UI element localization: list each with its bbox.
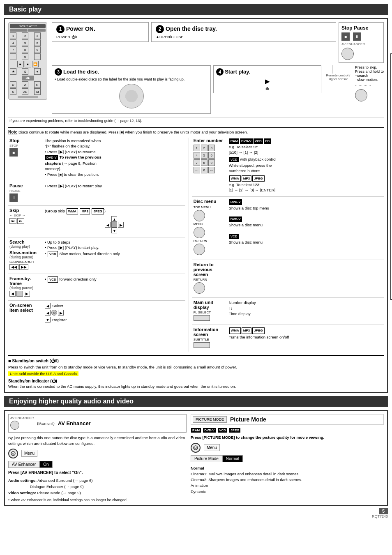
pm-menu-row: M Menu	[191, 443, 384, 453]
frame-desc: • VCD forward direction only	[45, 276, 184, 283]
svg-text:M: M	[12, 452, 14, 455]
subtitle-button	[194, 342, 210, 348]
step2-button: ▲OPEN/CLOSE	[156, 35, 332, 39]
step1-button: POWER ⏻/I	[56, 35, 144, 39]
main-unit-operation: Main unitdisplay FL SELECT Number displa…	[192, 299, 384, 321]
troubleshoot-note: If you are experiencing problems, refer …	[8, 117, 384, 124]
subtitle-label: SUBTITLE	[194, 338, 226, 341]
step4-box: 4Start play. ▶ ⏏	[213, 65, 321, 93]
jpeg-badge: JPEG	[229, 428, 240, 433]
press-skip-circle	[355, 89, 367, 101]
picture-mode-button-label: PICTURE MODE	[193, 416, 227, 423]
av-enhancer-on-label: On	[39, 461, 52, 468]
stop-pause-box: Stop Pause ■ ⏸ AV ENHANCER	[339, 22, 384, 63]
enter-number-desc: RAMDVD-VVCDCD e.g. To select 12: [≥10] →…	[229, 138, 383, 193]
pause-button-icon: ⏸	[9, 193, 18, 202]
step3-box: 3Load the disc. • Load double-sided disc…	[52, 65, 211, 114]
normal-label: Normal	[191, 465, 384, 471]
dvdv-badge-pm: DVD-V	[203, 428, 216, 433]
frame-op-name: Frame-by-frame	[9, 276, 42, 286]
fl-select-button	[194, 315, 210, 321]
main-unit-desc: Number display↑↓Time display	[229, 300, 383, 316]
info-screen-operation: Informationscreen SUBTITLE WMAMP3JPEGTur…	[192, 327, 384, 348]
picture-mode-options: Normal Cinema1: Mellows images and enhan…	[191, 465, 384, 495]
ram-badge: RAM	[191, 428, 201, 433]
search-op-name: Search	[9, 240, 42, 244]
step3-desc: • Load double-sided discs so the label f…	[55, 77, 208, 81]
av-enhancer-desc: By just pressing this one button the dis…	[8, 435, 187, 446]
menu-label-btn: MENU	[194, 222, 226, 226]
remote-control-label: Remote control / signal sensor	[324, 65, 353, 81]
topmenu-button	[194, 210, 205, 221]
number-keypad: 123 456 789 ⋯0⋯	[194, 145, 226, 173]
info-screen-desc: WMAMP3JPEGTurns the information screen o…	[229, 327, 383, 339]
side-label-container: Basic play/Enjoying higher quality audio…	[390, 53, 392, 300]
step2-number: 2	[156, 25, 164, 33]
basic-play-header: Basic play	[4, 4, 388, 15]
note-text: Discs continue to rotate while menus are…	[18, 130, 248, 134]
pause-button-label: PAUSE	[9, 189, 42, 193]
picture-mode-header-row: PICTURE MODE Picture Mode	[193, 416, 382, 423]
pm-menu-display: Menu	[204, 444, 220, 451]
press-av-enhancer-label: Press [AV ENHANCER] to select "On".	[8, 470, 187, 475]
search-desc: • Up to 5 steps• Press [▶] (PLAY) to sta…	[45, 240, 184, 258]
pause-symbol: ⏸	[353, 32, 361, 41]
av-enhancer-on-display: AV Enhancer On	[8, 461, 187, 468]
dynamic-label: Dynamic	[191, 489, 384, 495]
stop-button-label: STOP	[9, 144, 42, 147]
select-control: ◀ Select	[45, 303, 184, 309]
disc-menu-operation: Disc menu TOP MENU MENU RETURN	[192, 198, 384, 256]
step1-number: 1	[56, 25, 65, 33]
onscreen-operation: On-screenitem select ◀ Select ◀	[8, 302, 185, 323]
av-enhancer-section: AV ENHANCER (Main unit) AV Enhancer By j…	[8, 414, 187, 502]
av-settings: Audio settings: Advanced Surround (→ pag…	[8, 477, 187, 496]
remote-diagram: DVD PLAYER 123 456 789 ⋯0⋯ ■■⏩	[8, 22, 49, 100]
left-operations: Stop STOP ■ The position is memorized wh…	[8, 138, 189, 352]
dvdv-badge: DVD-V	[45, 155, 58, 160]
press-skip-box: Press to skip. Press and hold to –search…	[355, 65, 384, 101]
pause-op-name: Pause	[9, 183, 42, 188]
enter-number-operation: Enter number 123 456 789 ⋯0⋯	[192, 138, 384, 193]
pause-operation: Pause PAUSE ⏸ • Press [▶] (PLAY) to rest…	[8, 183, 185, 202]
av-menu-row: M Menu	[8, 449, 187, 458]
svg-text:M: M	[194, 447, 197, 449]
normal-display-label: Normal	[222, 455, 243, 462]
stop-op-name: Stop	[9, 138, 42, 143]
frame-buttons: ◀ ▶	[9, 291, 42, 297]
return-button-circle	[194, 244, 205, 255]
return-screen-label: RETURN	[194, 278, 226, 281]
av-enhancer-circle-icon	[10, 421, 19, 430]
note-title: Note	[8, 130, 17, 134]
skip-op-name: Skip	[9, 208, 42, 213]
slowsearch-label: SLOW/SEARCH	[9, 260, 42, 264]
main-unit-sublabel: (Main unit)	[37, 421, 55, 426]
av-enhancer-label: AV ENHANCER	[341, 42, 381, 46]
step3-number: 3	[55, 68, 62, 76]
skip-desc: (Group skip WMA MP3 JPEG)	[45, 208, 184, 215]
vcd-badge-pm: VCD	[218, 428, 227, 433]
step1-box: 1Power ON. POWER ⏻/I	[52, 22, 149, 42]
picture-mode-section: PICTURE MODE Picture Mode RAM DVD-V VCD …	[191, 414, 384, 502]
onscreen-op-name: On-screenitem select	[9, 303, 42, 313]
basic-play-title: Basic play	[9, 6, 42, 13]
return-screen-op-name: Return topreviousscreen	[194, 262, 226, 277]
picture-mode-display-label: Picture Mode	[191, 455, 222, 462]
av-enhancer-title: AV Enhancer	[58, 420, 91, 426]
skip-operation: Skip ← SKIP → ⏮ ⏭ (Group skip WMA MP3 JP…	[8, 207, 185, 234]
picture-mode-badges: RAM DVD-V VCD JPEG	[191, 427, 384, 433]
cinema2-desc: Cinema2: Sharpens images and enhances de…	[191, 477, 384, 483]
picture-mode-normal-display: Picture Mode Normal	[191, 455, 384, 462]
search-slowmotion-operation: Search (during play) Slow-motion (during…	[8, 239, 185, 270]
menu-icon: M	[8, 449, 18, 458]
step1-label: Power ON.	[66, 25, 95, 32]
enjoying-header: Enjoying higher quality audio and video	[4, 396, 388, 407]
disc-menu-desc: DVD-V Shows a disc top menu DVD-V Shows …	[229, 199, 383, 245]
stop-pause-title: Stop Pause	[341, 25, 381, 31]
return-label-btn: RETURN	[194, 239, 226, 243]
disc-image	[119, 84, 144, 108]
stop-button-icon: ■	[9, 148, 18, 157]
standby-on-desc: Press to switch the unit from on to stan…	[8, 365, 384, 369]
standby-indicator-desc: When the unit is connected to the AC mai…	[8, 384, 384, 389]
av-enhancer-unit-diagram: AV ENHANCER (Main unit) AV Enhancer	[8, 414, 187, 433]
stop-operation: Stop STOP ■ The position is memorized wh…	[8, 138, 185, 177]
